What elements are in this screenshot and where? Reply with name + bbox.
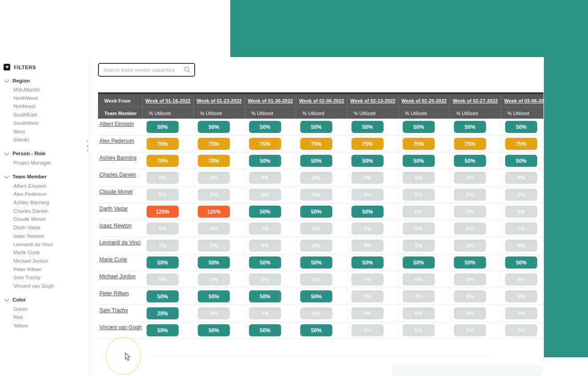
- week-column-header[interactable]: Week of 03-06-2022: [501, 94, 543, 107]
- utilization-pill[interactable]: 50%: [300, 155, 332, 167]
- utilization-pill[interactable]: 0%: [505, 324, 537, 336]
- utilization-pill[interactable]: 0%: [505, 290, 537, 302]
- utilization-pill[interactable]: 0%: [505, 206, 537, 218]
- filter-item[interactable]: West: [13, 128, 87, 136]
- utilization-pill[interactable]: 50%: [249, 256, 281, 269]
- team-member-link[interactable]: Michael Jordon: [98, 271, 143, 280]
- utilization-pill[interactable]: 0%: [147, 172, 179, 184]
- utilization-pill[interactable]: 0%: [351, 290, 384, 302]
- utilization-pill[interactable]: 50%: [403, 121, 435, 133]
- utilization-pill[interactable]: 0%: [403, 290, 435, 302]
- utilization-pill[interactable]: 50%: [454, 256, 486, 269]
- filter-section-header[interactable]: Region: [4, 77, 87, 84]
- utilization-pill[interactable]: 50%: [147, 290, 179, 302]
- utilization-pill[interactable]: 0%: [198, 223, 230, 235]
- utilization-pill[interactable]: 50%: [351, 155, 384, 167]
- utilization-pill[interactable]: 0%: [454, 307, 486, 319]
- utilization-pill[interactable]: 50%: [300, 256, 332, 269]
- utilization-pill[interactable]: 0%: [454, 189, 486, 201]
- filter-item[interactable]: Alex Pederson: [13, 190, 87, 198]
- utilization-pill[interactable]: 50%: [454, 155, 486, 167]
- utilization-pill[interactable]: 0%: [351, 240, 384, 252]
- utilization-pill[interactable]: 0%: [403, 324, 435, 336]
- utilization-pill[interactable]: 0%: [249, 240, 281, 252]
- team-member-link[interactable]: Charles Darwin: [98, 169, 143, 178]
- utilization-pill[interactable]: 50%: [505, 155, 537, 167]
- utilization-pill[interactable]: 50%: [403, 155, 435, 167]
- utilization-pill[interactable]: 0%: [454, 206, 486, 218]
- week-column-link[interactable]: Week of 03-06-2022: [504, 98, 543, 103]
- week-column-header[interactable]: Week of 02-20-2022: [399, 94, 450, 107]
- team-member-link[interactable]: Albert Einstein: [98, 119, 143, 127]
- utilization-pill[interactable]: 20%: [147, 307, 179, 319]
- utilization-pill[interactable]: 50%: [198, 121, 230, 133]
- utilization-pill[interactable]: 50%: [249, 121, 281, 133]
- utilization-pill[interactable]: 0%: [351, 307, 384, 319]
- utilization-pill[interactable]: 75%: [198, 138, 230, 150]
- utilization-pill[interactable]: 0%: [147, 189, 179, 201]
- utilization-pill[interactable]: 0%: [403, 223, 435, 235]
- team-member-link[interactable]: Peter Rifken: [98, 288, 143, 297]
- utilization-pill[interactable]: 50%: [351, 206, 384, 218]
- utilization-pill[interactable]: 50%: [249, 155, 281, 167]
- utilization-pill[interactable]: 50%: [249, 206, 281, 218]
- utilization-pill[interactable]: 0%: [198, 240, 230, 252]
- utilization-pill[interactable]: 75%: [300, 138, 332, 150]
- utilization-pill[interactable]: 0%: [454, 290, 486, 302]
- utilization-pill[interactable]: 50%: [147, 256, 179, 269]
- utilization-pill[interactable]: 50%: [300, 290, 332, 302]
- filter-item[interactable]: Project Manager: [13, 159, 87, 167]
- week-column-link[interactable]: Week of 01-23-2022: [196, 98, 241, 103]
- utilization-pill[interactable]: 0%: [403, 206, 435, 218]
- team-member-link[interactable]: Sam Trachy: [98, 305, 143, 314]
- filter-item[interactable]: SouthEast: [13, 111, 87, 119]
- utilization-pill[interactable]: 0%: [300, 189, 332, 201]
- week-column-link[interactable]: Week of 01-30-2022: [248, 98, 293, 103]
- filter-item[interactable]: Northeast: [13, 102, 87, 111]
- utilization-pill[interactable]: 0%: [454, 240, 486, 252]
- utilization-pill[interactable]: 50%: [403, 256, 435, 269]
- utilization-pill[interactable]: 50%: [351, 121, 384, 133]
- utilization-pill[interactable]: 50%: [300, 324, 332, 336]
- search-input[interactable]: [103, 67, 184, 73]
- utilization-pill[interactable]: 75%: [505, 138, 537, 150]
- utilization-pill[interactable]: 0%: [454, 172, 486, 184]
- utilization-pill[interactable]: 75%: [403, 138, 435, 150]
- filter-item[interactable]: Albert Einstein: [13, 182, 87, 190]
- week-column-link[interactable]: Week of 02-20-2022: [401, 98, 446, 103]
- week-column-link[interactable]: Week of 01-16-2022: [145, 98, 190, 103]
- utilization-pill[interactable]: 50%: [198, 324, 230, 336]
- utilization-pill[interactable]: 50%: [454, 121, 486, 133]
- utilization-pill[interactable]: 0%: [505, 240, 537, 252]
- utilization-pill[interactable]: 50%: [300, 206, 332, 218]
- utilization-pill[interactable]: 0%: [147, 273, 179, 285]
- filter-item[interactable]: (blank): [13, 136, 87, 144]
- utilization-pill[interactable]: 0%: [505, 307, 537, 319]
- utilization-pill[interactable]: 0%: [351, 273, 384, 285]
- utilization-pill[interactable]: 75%: [351, 138, 384, 150]
- filter-item[interactable]: Michael Jordon: [13, 257, 87, 265]
- utilization-pill[interactable]: 50%: [351, 256, 384, 269]
- utilization-pill[interactable]: 75%: [147, 138, 179, 150]
- utilization-pill[interactable]: 50%: [300, 121, 332, 133]
- week-column-link[interactable]: Week of 02-27-2022: [453, 98, 498, 103]
- filter-item[interactable]: Vincent van Gogh: [13, 282, 87, 290]
- utilization-pill[interactable]: 50%: [505, 121, 537, 133]
- utilization-pill[interactable]: 50%: [147, 121, 179, 133]
- search-box[interactable]: [98, 63, 195, 77]
- utilization-pill[interactable]: 0%: [505, 189, 537, 201]
- utilization-pill[interactable]: 0%: [505, 273, 537, 285]
- utilization-pill[interactable]: 0%: [505, 223, 537, 235]
- filter-item[interactable]: Cloude Monet: [13, 215, 87, 223]
- filter-section-header[interactable]: Person - Role: [4, 150, 87, 157]
- week-column-link[interactable]: Week of 02-13-2022: [350, 98, 395, 103]
- filter-item[interactable]: Yellow: [13, 322, 87, 330]
- utilization-pill[interactable]: 0%: [198, 307, 230, 319]
- filter-item[interactable]: Isaac Newton: [13, 232, 87, 240]
- utilization-pill[interactable]: 50%: [147, 324, 179, 336]
- utilization-pill[interactable]: 0%: [403, 189, 435, 201]
- team-member-link[interactable]: Alex Pederson: [98, 136, 143, 144]
- team-member-link[interactable]: Vincent van Gogh: [98, 322, 143, 331]
- week-column-header[interactable]: Week of 02-06-2022: [296, 94, 347, 107]
- filter-item[interactable]: Leonardi da Vinci: [13, 240, 87, 249]
